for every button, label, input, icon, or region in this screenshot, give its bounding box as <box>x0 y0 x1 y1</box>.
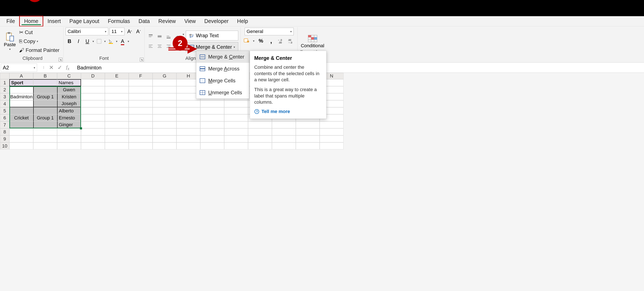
cell[interactable] <box>248 121 272 128</box>
cell[interactable] <box>176 135 200 142</box>
cell[interactable] <box>33 142 57 149</box>
cell[interactable] <box>224 121 248 128</box>
cell[interactable] <box>296 121 320 128</box>
cell[interactable] <box>105 93 129 100</box>
decrease-font-button[interactable]: A˅ <box>135 28 142 35</box>
cell[interactable] <box>129 142 152 149</box>
cell[interactable] <box>33 128 57 135</box>
align-left-button[interactable] <box>147 42 154 50</box>
cell[interactable] <box>105 135 129 142</box>
tab-formulas[interactable]: Formulas <box>104 16 134 26</box>
tab-review[interactable]: Review <box>154 16 180 26</box>
selection-handle[interactable] <box>80 127 82 129</box>
row-header[interactable]: 7 <box>0 121 10 128</box>
chevron-down-icon[interactable]: ⋮ <box>42 66 45 69</box>
row-header[interactable]: 3 <box>0 93 10 100</box>
cell[interactable] <box>200 135 224 142</box>
cell[interactable] <box>176 142 200 149</box>
cell[interactable] <box>105 79 129 86</box>
cell[interactable]: Sport <box>10 79 33 86</box>
tab-home[interactable]: Home <box>19 16 43 27</box>
cell[interactable] <box>33 135 57 142</box>
cell[interactable] <box>272 128 296 135</box>
cell[interactable] <box>81 142 105 149</box>
cell[interactable]: Ernesto <box>57 114 81 121</box>
tab-page-layout[interactable]: Page Layout <box>65 16 104 26</box>
cell[interactable] <box>320 142 344 149</box>
row-header[interactable]: 8 <box>0 128 10 135</box>
cell[interactable] <box>152 142 176 149</box>
cell[interactable] <box>81 135 105 142</box>
font-size-select[interactable]: 11 ▾ <box>110 28 124 35</box>
number-format-select[interactable]: General ▾ <box>245 28 294 35</box>
col-header[interactable]: B <box>33 73 57 79</box>
row-header[interactable]: 4 <box>0 100 10 107</box>
cell[interactable] <box>200 128 224 135</box>
cell[interactable] <box>152 107 176 114</box>
cell[interactable] <box>320 128 344 135</box>
increase-font-button[interactable]: A^ <box>126 28 134 35</box>
wrap-text-button[interactable]: ab Wrap Text <box>186 31 238 40</box>
merge-and-center-item[interactable]: Merge & Center <box>196 51 249 63</box>
cell[interactable] <box>296 128 320 135</box>
cell[interactable] <box>10 135 33 142</box>
cell[interactable] <box>224 135 248 142</box>
row-header[interactable]: 9 <box>0 135 10 142</box>
cell[interactable] <box>129 107 152 114</box>
clipboard-dialog-launcher[interactable]: ↘ <box>58 58 62 61</box>
cell[interactable] <box>272 135 296 142</box>
name-box[interactable]: A2 ▾ <box>1 64 37 72</box>
align-center-button[interactable] <box>156 42 164 50</box>
cell[interactable] <box>152 100 176 107</box>
cell[interactable] <box>81 107 105 114</box>
tab-help[interactable]: Help <box>233 16 252 26</box>
cell[interactable] <box>248 135 272 142</box>
tab-view[interactable]: View <box>180 16 200 26</box>
cell[interactable] <box>152 93 176 100</box>
cell[interactable] <box>200 114 224 121</box>
cell[interactable] <box>33 121 57 128</box>
col-header[interactable]: C <box>57 73 81 79</box>
cell[interactable]: Group 1 <box>33 114 57 121</box>
cell[interactable] <box>57 128 81 135</box>
align-bottom-button[interactable] <box>165 32 172 40</box>
cell[interactable]: Names <box>57 79 81 86</box>
cell[interactable] <box>105 142 129 149</box>
row-header[interactable]: 6 <box>0 114 10 121</box>
cell[interactable] <box>296 135 320 142</box>
cell[interactable] <box>105 121 129 128</box>
cell[interactable] <box>129 135 152 142</box>
cell[interactable] <box>10 121 33 128</box>
col-header[interactable]: A <box>10 73 33 79</box>
fill-color-button[interactable] <box>107 37 115 45</box>
cell[interactable] <box>33 79 57 86</box>
cell[interactable] <box>81 93 105 100</box>
cell[interactable] <box>200 121 224 128</box>
cell[interactable] <box>129 86 152 93</box>
cell[interactable] <box>105 107 129 114</box>
cell[interactable] <box>176 114 200 121</box>
font-name-select[interactable]: Calibri ▾ <box>66 28 108 35</box>
cell[interactable] <box>320 121 344 128</box>
cell[interactable] <box>200 142 224 149</box>
cell[interactable] <box>57 142 81 149</box>
col-header[interactable]: F <box>129 73 152 79</box>
cell[interactable] <box>176 128 200 135</box>
cell[interactable]: Group 1 <box>33 93 57 100</box>
tab-developer[interactable]: Developer <box>200 16 233 26</box>
cell[interactable] <box>10 100 33 107</box>
bold-button[interactable]: B <box>66 37 73 45</box>
cell[interactable] <box>129 114 152 121</box>
cell[interactable] <box>224 114 248 121</box>
paste-button[interactable]: Paste ▾ <box>4 32 16 51</box>
cell[interactable] <box>81 79 105 86</box>
cell[interactable]: Badminton <box>10 93 33 100</box>
cancel-formula-button[interactable]: ✕ <box>49 64 54 71</box>
format-painter-button[interactable]: 🖌 Format Painter <box>18 46 61 54</box>
cell[interactable] <box>296 142 320 149</box>
cell[interactable] <box>10 86 33 93</box>
cell[interactable] <box>176 107 200 114</box>
cell[interactable] <box>200 100 224 107</box>
cell[interactable] <box>129 100 152 107</box>
align-middle-button[interactable] <box>156 32 164 40</box>
